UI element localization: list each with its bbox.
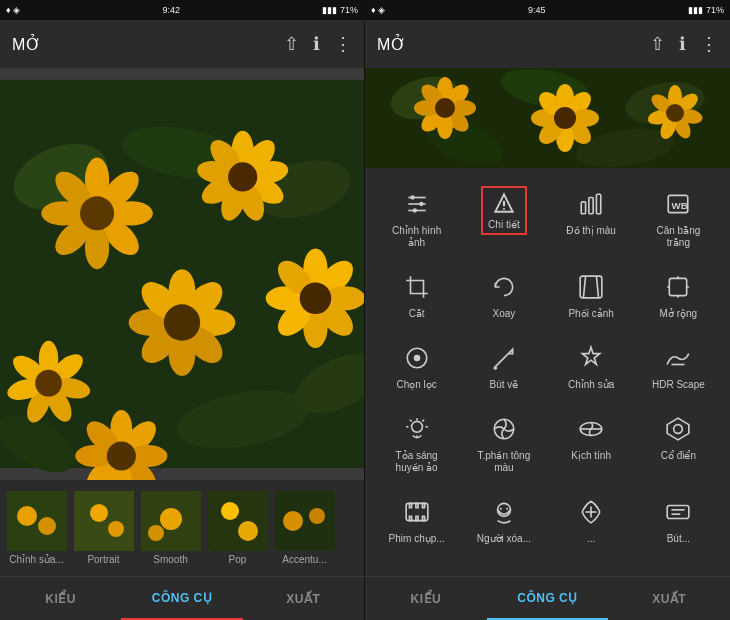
right-battery: ▮▮▮ 71% [688, 5, 724, 15]
tool-chon-loc[interactable]: Chọn lọc [382, 336, 452, 395]
tool-phoi-canh[interactable]: Phối cảnh [556, 265, 626, 324]
tool-phim-chup[interactable]: Phim chụp... [382, 490, 452, 549]
tool-kich-tinh[interactable]: Kịch tính [556, 407, 626, 478]
tool-chi-tiet[interactable]: Chi tiết [469, 182, 539, 253]
tool-more1[interactable]: ... [556, 490, 626, 549]
tool-chinh-sua[interactable]: Chỉnh sửa [556, 336, 626, 395]
thumb-label-2: Smooth [153, 554, 187, 565]
tool-more2[interactable]: Bút... [643, 490, 713, 549]
detail-icon [491, 190, 517, 216]
left-panel: ♦ ◈ 9:42 ▮▮▮ 71% MỞ ⇧ ℹ ⋮ [0, 0, 365, 620]
right-status-bar: ♦ ◈ 9:45 ▮▮▮ 71% [365, 0, 730, 20]
info-icon[interactable]: ℹ [313, 33, 320, 55]
tool-can-bang-trang[interactable]: WB Cân bằng trắng [643, 182, 713, 253]
tonal-icon [491, 416, 517, 442]
thumb-accentu[interactable]: Accentu... [272, 491, 337, 565]
svg-text:WB: WB [672, 200, 688, 211]
tool-label-chon-loc: Chọn lọc [396, 379, 436, 391]
right-tab-cong-cu[interactable]: CÔNG CỤ [487, 577, 609, 620]
more-icon[interactable]: ⋮ [334, 33, 352, 55]
svg-point-76 [309, 508, 325, 524]
thumb-label-3: Pop [229, 554, 247, 565]
more1-icon-wrap [567, 494, 615, 530]
svg-rect-62 [7, 491, 67, 551]
tool-label-nguoi: Người xóa... [477, 533, 531, 545]
tool-label-co-dien: Cổ điển [661, 450, 696, 462]
tools-row-3: Chọn lọc Bút vẽ Chỉnh [365, 330, 730, 401]
right-tab-xuat[interactable]: XUẤT [608, 577, 730, 620]
left-tab-cong-cu[interactable]: CÔNG CỤ [121, 577, 242, 620]
tool-label-phoi-canh: Phối cảnh [568, 308, 613, 320]
svg-rect-126 [670, 278, 687, 295]
share-icon[interactable]: ⇧ [284, 33, 299, 55]
right-top-icons: ⇧ ℹ ⋮ [650, 33, 718, 55]
svg-rect-153 [422, 516, 424, 520]
left-top-icons: ⇧ ℹ ⋮ [284, 33, 352, 55]
right-tab-kieu[interactable]: KIỂU [365, 577, 487, 620]
thumb-label-4: Accentu... [282, 554, 326, 565]
tool-chinh-hinh-anh[interactable]: Chỉnh hình ảnh [382, 182, 452, 253]
left-flower-image [0, 68, 364, 480]
svg-point-64 [38, 517, 56, 535]
svg-marker-145 [668, 418, 690, 440]
left-title: MỞ [12, 35, 41, 54]
thumb-smooth[interactable]: Smooth [138, 491, 203, 565]
perspective-icon-wrap [567, 269, 615, 305]
tool-cat[interactable]: Cắt [382, 265, 452, 324]
left-bottom-tabs: KIỂU CÔNG CỤ XUẤT [0, 576, 364, 620]
tool-do-thi-mau[interactable]: Đồ thị màu [556, 182, 626, 253]
glamour-icon [404, 416, 430, 442]
tool-but-ve[interactable]: Bút vẽ [469, 336, 539, 395]
crop-icon [404, 274, 430, 300]
thumb-pop[interactable]: Pop [205, 491, 270, 565]
svg-point-70 [148, 525, 164, 541]
right-info-icon[interactable]: ℹ [679, 33, 686, 55]
right-image-preview [365, 68, 730, 168]
tool-xoay[interactable]: Xoay [469, 265, 539, 324]
svg-rect-159 [668, 506, 690, 519]
drama-icon [578, 416, 604, 442]
right-time: 9:45 [528, 5, 546, 15]
svg-line-140 [422, 420, 424, 422]
thumb-label-1: Portrait [87, 554, 119, 565]
crop-icon-wrap [393, 269, 441, 305]
tool-mo-rong[interactable]: Mở rộng [643, 265, 713, 324]
tool-label-chi-tiet: Chi tiết [488, 219, 520, 231]
right-top-bar: MỞ ⇧ ℹ ⋮ [365, 20, 730, 68]
tools-row-4: Tỏa sáng huyền ảo T.phần tông màu [365, 401, 730, 484]
film-icon [404, 499, 430, 525]
svg-point-72 [221, 502, 239, 520]
tool-label-toa-sang: Tỏa sáng huyền ảo [386, 450, 448, 474]
left-tab-kieu[interactable]: KIỂU [0, 577, 121, 620]
hdr-icon [665, 345, 691, 371]
left-tab-xuat[interactable]: XUẤT [243, 577, 364, 620]
tool-label-kich-tinh: Kịch tính [571, 450, 611, 462]
tools-grid: Chỉnh hình ảnh Chi tiết [365, 168, 730, 576]
svg-point-155 [500, 508, 502, 510]
retouch-icon [578, 345, 604, 371]
svg-point-67 [108, 521, 124, 537]
tool-toa-sang[interactable]: Tỏa sáng huyền ảo [382, 407, 452, 478]
vintage-icon [665, 416, 691, 442]
svg-point-117 [503, 208, 505, 210]
svg-line-133 [495, 354, 508, 367]
svg-point-112 [410, 195, 414, 199]
right-more-icon[interactable]: ⋮ [700, 33, 718, 55]
tool-hdr-scape[interactable]: HDR Scape [643, 336, 713, 395]
tool-co-dien[interactable]: Cổ điển [643, 407, 713, 478]
thumb-portrait[interactable]: Portrait [71, 491, 136, 565]
left-battery: ▮▮▮ 71% [322, 5, 358, 15]
tool-tonal[interactable]: T.phần tông màu [469, 407, 539, 478]
svg-point-132 [413, 355, 420, 362]
left-status-icons: ♦ ◈ [6, 5, 20, 15]
svg-point-113 [419, 202, 423, 206]
thumbnail-strip: Chỉnh sửa... Portrait Smooth Pop Accentu… [0, 480, 364, 576]
right-title: MỞ [377, 35, 406, 54]
tool-nguoi-xoa[interactable]: Người xóa... [469, 490, 539, 549]
selective-icon-wrap [393, 340, 441, 376]
right-status-icons: ♦ ◈ [371, 5, 385, 15]
thumb-chinh-sua[interactable]: Chỉnh sửa... [4, 491, 69, 565]
glamour-icon-wrap [393, 411, 441, 447]
wb-icon: WB [665, 191, 691, 217]
right-share-icon[interactable]: ⇧ [650, 33, 665, 55]
